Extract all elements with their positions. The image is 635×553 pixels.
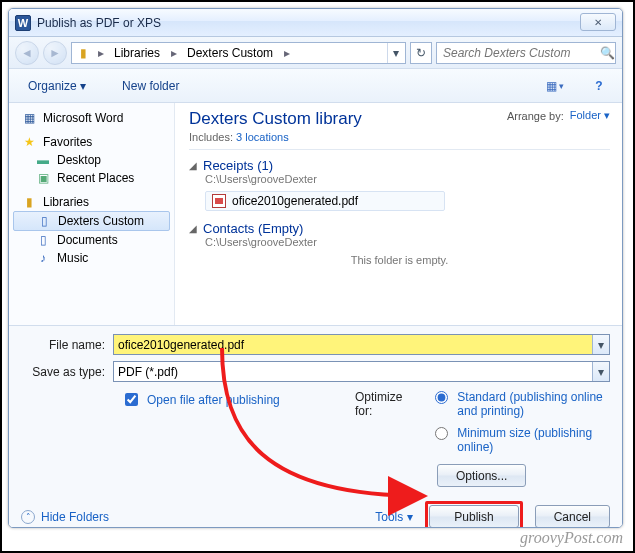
word-icon: ▦ [21, 111, 37, 125]
chevron-down-icon: ▾ [407, 510, 413, 524]
chevron-down-icon: ▾ [604, 109, 610, 121]
group-header[interactable]: ◢ Contacts (Empty) [189, 221, 610, 236]
arrange-by-dropdown[interactable]: Folder ▾ [570, 109, 610, 122]
back-button[interactable]: ◄ [15, 41, 39, 65]
nav-dexters-custom[interactable]: ▯ Dexters Custom [13, 211, 170, 231]
radio-standard-label: Standard (publishing online and printing… [457, 390, 610, 418]
tools-menu[interactable]: Tools ▾ [375, 510, 413, 524]
open-after-input[interactable] [125, 393, 138, 406]
toolbar: Organize ▾ New folder ▦ ▾ ? [9, 69, 622, 103]
optimize-label: Optimize for: [355, 390, 420, 418]
cancel-button[interactable]: Cancel [535, 505, 610, 528]
filename-combo: ▾ [113, 334, 610, 355]
libraries-icon: ▮ [80, 46, 87, 60]
nav-label: Music [57, 251, 88, 265]
library-icon: ▯ [36, 214, 52, 228]
file-item[interactable]: ofice2010generated.pdf [205, 191, 445, 211]
organize-label: Organize [28, 79, 77, 93]
watermark: groovyPost.com [520, 529, 623, 547]
radio-minimum[interactable]: Minimum size (publishing online) [430, 426, 610, 454]
chevron-down-icon: ▾ [559, 81, 564, 91]
savetype-dropdown[interactable]: ▾ [592, 362, 609, 381]
chevron-down-icon: ▾ [598, 338, 604, 352]
hide-folders-label: Hide Folders [41, 510, 109, 524]
radio-minimum-input[interactable] [435, 427, 448, 440]
nav-label: Recent Places [57, 171, 134, 185]
view-options-button[interactable]: ▦ ▾ [542, 75, 568, 97]
empty-message: This folder is empty. [189, 254, 610, 266]
chevron-down-icon: ▾ [80, 79, 86, 93]
music-icon: ♪ [35, 251, 51, 265]
nav-libraries[interactable]: ▮ Libraries [13, 193, 170, 211]
help-button[interactable]: ? [586, 75, 612, 97]
chevron-down-icon: ▾ [598, 365, 604, 379]
pdf-icon [212, 194, 226, 208]
library-subtitle: Includes: 3 locations [189, 131, 362, 143]
nav-label: Dexters Custom [58, 214, 144, 228]
includes-label: Includes: [189, 131, 233, 143]
group-title: Contacts (Empty) [203, 221, 303, 236]
search-icon: 🔍 [600, 46, 615, 60]
group-contacts: ◢ Contacts (Empty) C:\Users\grooveDexter… [189, 221, 610, 266]
highlight-annotation: Publish [425, 501, 522, 528]
window-title: Publish as PDF or XPS [37, 16, 161, 30]
savetype-label: Save as type: [21, 365, 113, 379]
filename-dropdown[interactable]: ▾ [592, 335, 609, 354]
refresh-button[interactable]: ↻ [410, 42, 432, 64]
content-pane: Dexters Custom library Includes: 3 locat… [175, 103, 622, 325]
new-folder-button[interactable]: New folder [113, 75, 188, 97]
crumb-libraries[interactable]: Libraries [108, 43, 167, 63]
collapse-icon: ◢ [189, 223, 197, 234]
divider [189, 149, 610, 150]
radio-minimum-label: Minimum size (publishing online) [457, 426, 610, 454]
options-button[interactable]: Options... [437, 464, 526, 487]
titlebar: W Publish as PDF or XPS ✕ [9, 9, 622, 37]
nav-recent-places[interactable]: ▣ Recent Places [13, 169, 170, 187]
breadcrumb[interactable]: ▮ ▸ Libraries ▸ Dexters Custom ▸ ▾ [71, 42, 406, 64]
radio-standard-input[interactable] [435, 391, 448, 404]
address-dropdown[interactable]: ▾ [387, 43, 403, 63]
includes-link[interactable]: 3 locations [236, 131, 289, 143]
window-close-button[interactable]: ✕ [580, 13, 616, 31]
group-title: Receipts (1) [203, 158, 273, 173]
filename-input[interactable] [114, 335, 592, 354]
star-icon: ★ [21, 135, 37, 149]
radio-standard[interactable]: Standard (publishing online and printing… [430, 390, 610, 418]
publish-button[interactable]: Publish [429, 505, 518, 528]
group-header[interactable]: ◢ Receipts (1) [189, 158, 610, 173]
crumb-root-icon[interactable]: ▮ [74, 43, 94, 63]
nav-favorites[interactable]: ★ Favorites [13, 133, 170, 151]
help-icon: ? [595, 79, 602, 93]
crumb-dexters[interactable]: Dexters Custom [181, 43, 280, 63]
navigation-pane: ▦ Microsoft Word ★ Favorites ▬ Desktop ▣… [9, 103, 175, 325]
view-icon: ▦ [546, 79, 557, 93]
hide-folders-button[interactable]: ˄ Hide Folders [21, 510, 109, 524]
forward-button[interactable]: ► [43, 41, 67, 65]
collapse-icon: ◢ [189, 160, 197, 171]
close-icon: ✕ [594, 17, 602, 28]
chevron-right-icon: ▸ [169, 46, 179, 60]
recent-icon: ▣ [35, 171, 51, 185]
open-after-checkbox[interactable]: Open file after publishing [121, 390, 280, 409]
desktop-icon: ▬ [35, 153, 51, 167]
arrange-by: Arrange by: Folder ▾ [507, 109, 610, 122]
main-area: ▦ Microsoft Word ★ Favorites ▬ Desktop ▣… [9, 103, 622, 325]
libraries-icon: ▮ [21, 195, 37, 209]
savetype-combo[interactable]: ▾ [113, 361, 610, 382]
search-box[interactable]: 🔍 [436, 42, 616, 64]
chevron-right-icon: ▸ [282, 46, 292, 60]
organize-menu[interactable]: Organize ▾ [19, 75, 95, 97]
nav-documents[interactable]: ▯ Documents [13, 231, 170, 249]
arrange-label: Arrange by: [507, 110, 564, 122]
nav-microsoft-word[interactable]: ▦ Microsoft Word [13, 109, 170, 127]
nav-label: Documents [57, 233, 118, 247]
filename-label: File name: [21, 338, 113, 352]
arrow-right-icon: ► [49, 46, 61, 60]
group-path: C:\Users\grooveDexter [205, 236, 610, 248]
word-app-icon: W [15, 15, 31, 31]
nav-music[interactable]: ♪ Music [13, 249, 170, 267]
search-input[interactable] [441, 45, 596, 61]
chevron-right-icon: ▸ [96, 46, 106, 60]
nav-desktop[interactable]: ▬ Desktop [13, 151, 170, 169]
bottom-panel: File name: ▾ Save as type: ▾ [9, 325, 622, 528]
